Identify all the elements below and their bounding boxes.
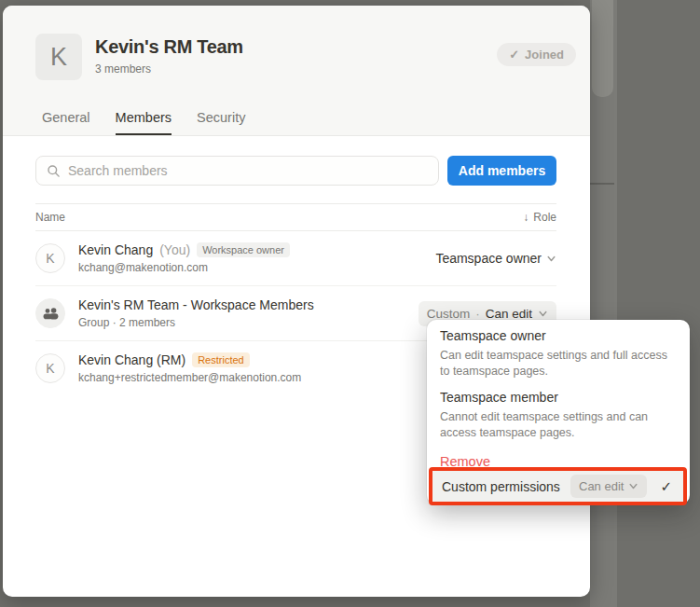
role-column-header[interactable]: ↓ Role: [523, 211, 556, 224]
option-description: Can edit teamspace settings and full acc…: [440, 348, 677, 379]
member-avatar-letter: K: [46, 361, 54, 376]
role-separator: ·: [475, 307, 480, 321]
chevron-down-icon: [628, 481, 638, 491]
option-title: Teamspace owner: [440, 327, 677, 345]
chevron-down-icon: [546, 254, 556, 264]
role-value: Can edit: [486, 307, 532, 321]
custom-permission-level-select[interactable]: Can edit: [570, 475, 647, 498]
group-subtitle: Group · 2 members: [78, 316, 314, 329]
menu-item-teamspace-member[interactable]: Teamspace member Cannot edit teamspace s…: [440, 389, 677, 441]
teamspace-avatar-letter: K: [50, 43, 67, 72]
members-table-header: Name ↓ Role: [35, 203, 556, 231]
member-name: Kevin Chang: [78, 242, 153, 257]
tab-bar: General Members Security: [42, 110, 245, 135]
chevron-down-icon: [538, 309, 548, 319]
option-description: Cannot edit teamspace settings and can a…: [440, 409, 677, 441]
member-count: 3 members: [95, 62, 243, 76]
workspace-owner-badge: Workspace owner: [197, 242, 290, 257]
tab-members[interactable]: Members: [116, 110, 172, 135]
custom-permissions-label: Custom permissions: [442, 479, 560, 494]
permission-level-value: Can edit: [579, 479, 624, 493]
member-row-kevin-chang: K Kevin Chang (You) Workspace owner kcha…: [35, 231, 556, 286]
background-dimmed-divider: [590, 183, 614, 185]
page-title: Kevin's RM Team: [95, 36, 243, 58]
members-toolbar: Add members: [35, 156, 556, 186]
restricted-badge: Restricted: [192, 352, 250, 367]
member-email: kchang@makenotion.com: [78, 261, 290, 274]
add-members-button[interactable]: Add members: [447, 156, 556, 186]
check-icon: ✓: [509, 48, 519, 62]
selected-check-icon: ✓: [660, 478, 672, 495]
background-dimmed-panel: [592, 0, 613, 97]
role-custom-prefix: Custom: [427, 307, 471, 321]
teamspace-settings-modal: K Kevin's RM Team 3 members ✓ Joined Gen…: [3, 6, 590, 597]
joined-button[interactable]: ✓ Joined: [497, 43, 576, 66]
group-name: Kevin's RM Team - Workspace Members: [78, 297, 314, 312]
search-input[interactable]: [68, 163, 432, 178]
tab-general[interactable]: General: [42, 110, 90, 135]
group-avatar: [35, 298, 65, 328]
name-column-header: Name: [35, 211, 65, 224]
member-name: Kevin Chang (RM): [78, 352, 185, 367]
member-avatar: K: [35, 243, 65, 273]
modal-header: K Kevin's RM Team 3 members ✓ Joined Gen…: [3, 6, 590, 136]
member-you-suffix: (You): [159, 242, 190, 257]
role-column-label: Role: [533, 211, 556, 224]
joined-label: Joined: [525, 48, 564, 62]
member-email: kchang+restrictedmember@makenotion.com: [78, 371, 301, 384]
teamspace-avatar: K: [35, 34, 82, 80]
tab-security[interactable]: Security: [197, 110, 245, 135]
search-icon: [47, 164, 61, 178]
menu-item-custom-permissions-highlighted[interactable]: Custom permissions Can edit ✓: [429, 467, 687, 505]
member-avatar: K: [35, 353, 65, 383]
search-box: [35, 156, 439, 186]
sort-descending-icon: ↓: [523, 211, 528, 224]
role-select-teamspace-owner[interactable]: Teamspace owner: [435, 251, 556, 266]
member-avatar-letter: K: [46, 251, 54, 266]
role-dropdown-menu: Teamspace owner Can edit teamspace setti…: [427, 320, 690, 504]
menu-item-teamspace-owner[interactable]: Teamspace owner Can edit teamspace setti…: [440, 327, 677, 379]
role-value: Teamspace owner: [435, 251, 542, 266]
option-title: Teamspace member: [440, 389, 677, 407]
people-icon: [43, 308, 59, 320]
